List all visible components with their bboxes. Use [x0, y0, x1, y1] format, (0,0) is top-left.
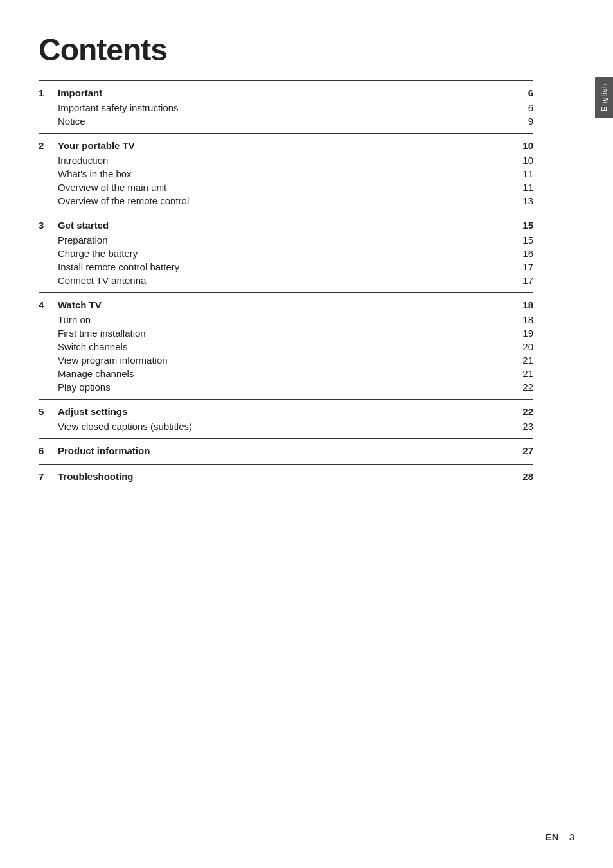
toc-number-6: 6: [39, 445, 58, 456]
toc-item-4-1: First time installation19: [39, 326, 533, 340]
toc-item-page-4-3: 21: [514, 355, 533, 366]
toc-item-text-3-1: Charge the battery: [58, 248, 514, 259]
toc-item-page-3-1: 16: [514, 248, 533, 259]
toc-heading-page-4: 18: [514, 299, 533, 310]
toc-item-4-0: Turn on18: [39, 313, 533, 326]
toc-number-5: 5: [39, 406, 58, 417]
toc-heading-text-1: Important: [58, 87, 514, 98]
sidebar-label: English: [600, 84, 608, 111]
toc-number-7: 7: [39, 471, 58, 482]
toc-item-text-1-1: Notice: [58, 116, 514, 127]
footer: EN 3: [39, 831, 574, 842]
toc-heading-page-3: 15: [514, 220, 533, 231]
toc-item-5-0: View closed captions (subtitles)23: [39, 420, 533, 433]
toc-number-3: 3: [39, 220, 58, 231]
toc-divider-7: [39, 490, 533, 490]
toc-item-text-4-4: Manage channels: [58, 368, 514, 379]
toc-heading-3: 3Get started15: [39, 213, 533, 233]
toc-item-text-4-5: Play options: [58, 382, 514, 393]
toc-item-2-0: Introduction10: [39, 154, 533, 167]
toc-item-text-4-3: View program information: [58, 355, 514, 366]
toc-item-text-1-0: Important safety instructions: [58, 102, 514, 113]
toc-item-page-2-0: 10: [514, 155, 533, 166]
main-content: Contents 1Important6Important safety ins…: [0, 0, 591, 529]
toc-item-page-3-2: 17: [514, 261, 533, 272]
toc-heading-text-5: Adjust settings: [58, 406, 514, 417]
footer-lang: EN: [546, 831, 559, 842]
toc-heading-page-1: 6: [514, 87, 533, 98]
toc-number-2: 2: [39, 140, 58, 151]
toc-section: 1Important6Important safety instructions…: [39, 81, 533, 490]
toc-item-page-3-0: 15: [514, 235, 533, 245]
sidebar-tab: English: [595, 77, 613, 118]
toc-item-page-3-3: 17: [514, 275, 533, 286]
toc-item-page-1-1: 9: [514, 116, 533, 127]
toc-item-page-4-4: 21: [514, 368, 533, 379]
toc-item-1-1: Notice9: [39, 114, 533, 128]
toc-item-page-5-0: 23: [514, 421, 533, 432]
toc-item-4-2: Switch channels20: [39, 340, 533, 353]
toc-heading-6: 6Product information27: [39, 439, 533, 459]
toc-item-page-2-1: 11: [514, 168, 533, 179]
toc-item-3-1: Charge the battery16: [39, 247, 533, 260]
toc-heading-page-2: 10: [514, 140, 533, 151]
toc-item-text-3-0: Preparation: [58, 235, 514, 245]
toc-item-1-0: Important safety instructions6: [39, 101, 533, 114]
toc-item-text-4-2: Switch channels: [58, 341, 514, 352]
toc-heading-4: 4Watch TV18: [39, 293, 533, 313]
toc-heading-text-3: Get started: [58, 220, 514, 231]
toc-heading-text-2: Your portable TV: [58, 140, 514, 151]
toc-heading-text-4: Watch TV: [58, 299, 514, 310]
toc-item-4-4: Manage channels21: [39, 367, 533, 380]
toc-item-3-3: Connect TV antenna17: [39, 274, 533, 287]
toc-item-text-5-0: View closed captions (subtitles): [58, 421, 514, 432]
toc-item-text-2-3: Overview of the remote control: [58, 195, 514, 206]
toc-heading-page-5: 22: [514, 406, 533, 417]
toc-item-text-4-0: Turn on: [58, 314, 514, 325]
toc-item-text-2-0: Introduction: [58, 155, 514, 166]
page-container: English Contents 1Important6Important sa…: [0, 0, 613, 868]
toc-item-page-4-2: 20: [514, 341, 533, 352]
toc-item-text-2-1: What's in the box: [58, 168, 514, 179]
toc-item-text-4-1: First time installation: [58, 328, 514, 339]
toc-heading-text-6: Product information: [58, 445, 514, 456]
toc-heading-2: 2Your portable TV10: [39, 134, 533, 154]
toc-item-4-3: View program information21: [39, 353, 533, 367]
toc-item-text-2-2: Overview of the main unit: [58, 182, 514, 193]
toc-item-2-3: Overview of the remote control13: [39, 194, 533, 208]
toc-heading-1: 1Important6: [39, 81, 533, 101]
toc-item-page-4-0: 18: [514, 314, 533, 325]
toc-heading-text-7: Troubleshooting: [58, 471, 514, 482]
toc-item-page-2-2: 11: [514, 182, 533, 193]
page-title: Contents: [39, 32, 533, 67]
toc-item-page-4-5: 22: [514, 382, 533, 393]
toc-number-4: 4: [39, 299, 58, 310]
toc-item-3-2: Install remote control battery17: [39, 260, 533, 274]
toc-heading-page-6: 27: [514, 445, 533, 456]
toc-heading-page-7: 28: [514, 471, 533, 482]
toc-item-2-2: Overview of the main unit11: [39, 181, 533, 194]
footer-page-number: 3: [569, 831, 574, 842]
toc-item-3-0: Preparation15: [39, 233, 533, 247]
toc-number-1: 1: [39, 87, 58, 98]
toc-item-text-3-2: Install remote control battery: [58, 261, 514, 272]
toc-item-4-5: Play options22: [39, 380, 533, 394]
toc-heading-5: 5Adjust settings22: [39, 400, 533, 420]
toc-item-page-1-0: 6: [514, 102, 533, 113]
toc-item-page-2-3: 13: [514, 195, 533, 206]
toc-item-2-1: What's in the box11: [39, 167, 533, 181]
toc-item-page-4-1: 19: [514, 328, 533, 339]
toc-heading-7: 7Troubleshooting28: [39, 465, 533, 484]
toc-item-text-3-3: Connect TV antenna: [58, 275, 514, 286]
